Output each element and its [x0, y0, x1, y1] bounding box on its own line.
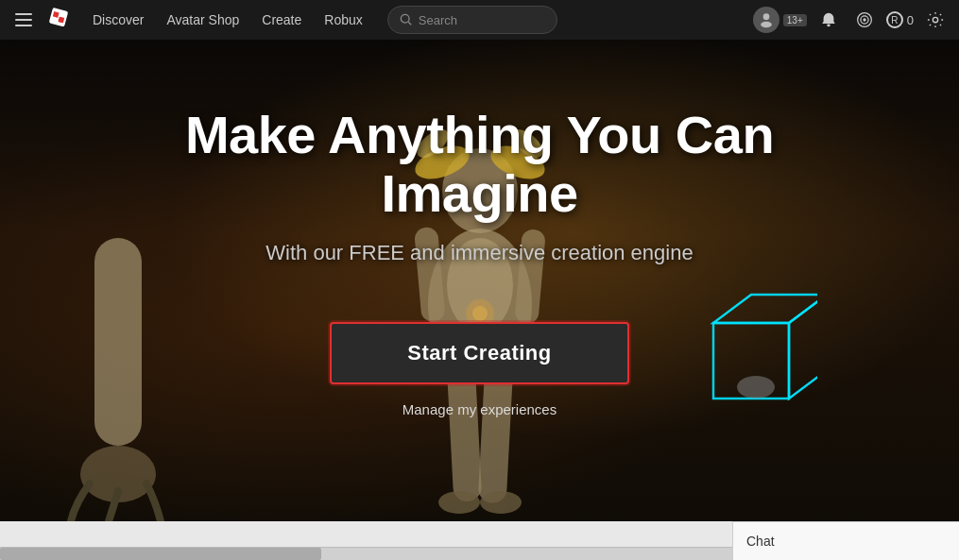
hamburger-menu-button[interactable]	[9, 8, 38, 32]
avatar-button[interactable]: 13+	[753, 7, 807, 33]
svg-point-13	[863, 18, 865, 21]
svg-point-10	[827, 25, 831, 27]
manage-experiences-link[interactable]: Manage my experiences	[402, 401, 557, 417]
svg-rect-1	[15, 19, 32, 21]
start-creating-button[interactable]: Start Creating	[330, 322, 628, 384]
svg-point-14	[933, 17, 937, 22]
age-badge: 13+	[783, 14, 807, 26]
svg-rect-0	[15, 13, 32, 15]
svg-rect-3	[49, 8, 69, 27]
nav-robux[interactable]: Robux	[315, 7, 371, 33]
navbar: Discover Avatar Shop Create Robux 13+	[0, 0, 959, 40]
hero-title: Make Anything You Can Imagine	[149, 106, 811, 222]
nav-create[interactable]: Create	[252, 7, 311, 33]
svg-point-25	[438, 491, 480, 514]
chat-panel[interactable]: Chat	[732, 521, 959, 560]
svg-point-26	[480, 491, 522, 514]
svg-point-8	[762, 13, 769, 20]
roblox-logo	[45, 7, 72, 33]
hero-subtitle: With our FREE and immersive creation eng…	[265, 241, 693, 265]
search-bar	[387, 6, 557, 34]
nav-discover[interactable]: Discover	[83, 7, 153, 33]
nav-avatar-shop[interactable]: Avatar Shop	[157, 7, 248, 33]
svg-line-7	[408, 22, 411, 25]
avatar-icon	[753, 7, 779, 33]
settings-button[interactable]	[921, 8, 950, 32]
hero-content: Make Anything You Can Imagine With our F…	[0, 40, 959, 417]
robux-icon: R	[886, 11, 903, 28]
svg-rect-2	[15, 25, 32, 26]
svg-point-6	[401, 14, 409, 23]
nav-links: Discover Avatar Shop Create Robux	[83, 7, 372, 33]
bottom-bar: ▶ Chat	[0, 521, 959, 560]
robux-button[interactable]: R 0	[886, 11, 914, 28]
notifications-button[interactable]	[814, 8, 843, 32]
search-input[interactable]	[419, 13, 541, 27]
shield-icon-button[interactable]	[850, 8, 879, 32]
chat-label: Chat	[746, 534, 775, 549]
robux-count: 0	[907, 13, 914, 27]
nav-right: 13+ R 0	[753, 7, 950, 33]
horizontal-scrollbar-thumb[interactable]	[0, 548, 321, 560]
svg-point-9	[761, 22, 772, 28]
search-icon	[400, 13, 413, 26]
hero-section: Make Anything You Can Imagine With our F…	[0, 40, 959, 521]
